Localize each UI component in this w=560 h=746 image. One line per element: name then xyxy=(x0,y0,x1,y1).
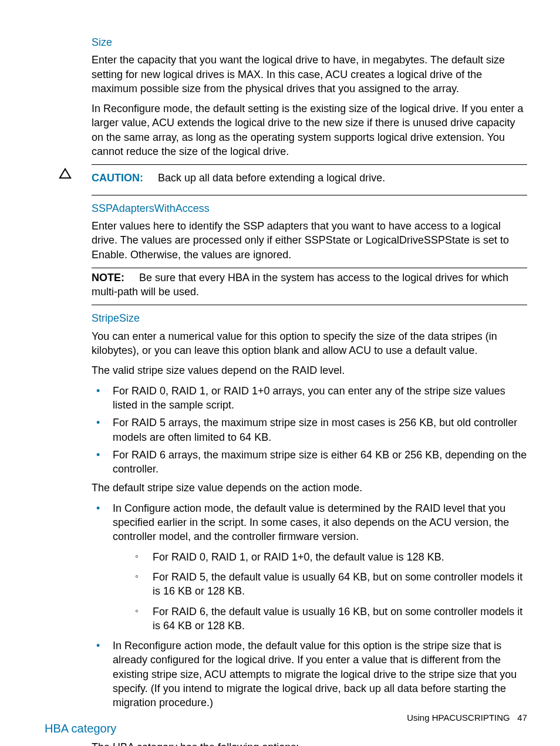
size-paragraph-1: Enter the capacity that you want the log… xyxy=(92,53,527,96)
caution-rule-bottom xyxy=(92,195,527,195)
list-item: For RAID 6 arrays, the maximum stripe si… xyxy=(92,448,527,477)
stripe-paragraph-3: The default stripe size value depends on… xyxy=(92,481,527,495)
footer-text: Using HPACUSCRIPTING xyxy=(407,713,510,723)
stripe-paragraph-2: The valid stripe size values depend on t… xyxy=(92,363,527,377)
footer-page-number: 47 xyxy=(517,713,527,723)
configure-intro: In Configure action mode, the default va… xyxy=(113,502,509,543)
note-callout: NOTE: Be sure that every HBA in the syst… xyxy=(92,271,527,299)
note-rule-top xyxy=(92,268,527,268)
note-rule-bottom xyxy=(92,305,527,305)
stripe-paragraph-1: You can enter a numerical value for this… xyxy=(92,329,527,358)
heading-size: Size xyxy=(92,35,527,49)
stripe-valid-list: For RAID 0, RAID 1, or RAID 1+0 arrays, … xyxy=(92,384,527,477)
caution-text: Back up all data before extending a logi… xyxy=(158,172,385,184)
page-footer: Using HPACUSCRIPTING 47 xyxy=(407,712,527,724)
configure-sublist: For RAID 0, RAID 1, or RAID 1+0, the def… xyxy=(131,550,527,633)
heading-ssp: SSPAdaptersWithAccess xyxy=(92,201,527,215)
ssp-paragraph-1: Enter values here to identify the SSP ad… xyxy=(92,219,527,262)
caution-callout: CAUTION: Back up all data before extendi… xyxy=(33,167,527,188)
caution-icon xyxy=(33,167,92,184)
size-paragraph-2: In Reconfigure mode, the default setting… xyxy=(92,102,527,158)
list-item: For RAID 0, RAID 1, or RAID 1+0, the def… xyxy=(131,550,527,564)
list-item: For RAID 5, the default value is usually… xyxy=(131,570,527,599)
list-item: For RAID 5 arrays, the maximum stripe si… xyxy=(92,416,527,444)
note-label: NOTE: xyxy=(92,272,124,283)
hba-intro: The HBA category has the following optio… xyxy=(92,740,527,746)
list-item: For RAID 6, the default value is usually… xyxy=(131,605,527,633)
stripe-default-list: In Configure action mode, the default va… xyxy=(92,501,527,710)
caution-label: CAUTION: xyxy=(92,172,143,184)
caution-rule-top xyxy=(92,164,527,165)
list-item: For RAID 0, RAID 1, or RAID 1+0 arrays, … xyxy=(92,384,527,413)
list-item: In Reconfigure action mode, the default … xyxy=(92,639,527,710)
note-text: Be sure that every HBA in the system has… xyxy=(92,272,508,298)
list-item: In Configure action mode, the default va… xyxy=(92,501,527,633)
heading-stripesize: StripeSize xyxy=(92,311,527,325)
